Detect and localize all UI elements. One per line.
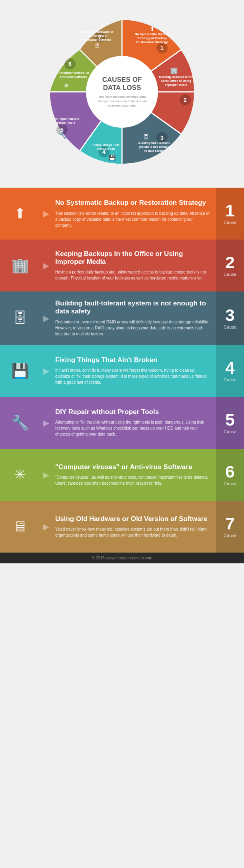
- cause-icon-7: 🖥: [13, 518, 27, 535]
- cause-content-6: "Computer viruses" or Anti-virus Softwar…: [52, 449, 216, 501]
- cause-arrow-3: [40, 291, 52, 345]
- cause-number-7: 7: [225, 515, 234, 532]
- cause-body-4: If it ain't broke, don't fix it. Many us…: [55, 367, 210, 385]
- cause-card-1: ⬆ No Systematic Backup or Restoration St…: [0, 188, 244, 240]
- cause-number-5: 5: [225, 412, 234, 428]
- cause-arrow-7: [40, 501, 52, 553]
- svg-text:DIY Repair without: DIY Repair without: [53, 117, 80, 121]
- cause-title-1: No Systematic Backup or Restoration Stra…: [55, 199, 210, 207]
- svg-text:💾: 💾: [109, 155, 116, 161]
- cause-icon-area-1: ⬆: [0, 188, 40, 240]
- svg-text:3: 3: [160, 135, 164, 141]
- svg-text:Keeping Backups in the: Keeping Backups in the: [159, 75, 193, 79]
- cause-icon-1: ⬆: [14, 205, 26, 222]
- svg-text:2: 2: [184, 97, 187, 103]
- cause-label-1: Cause: [224, 220, 236, 225]
- svg-text:Restoration Strategy: Restoration Strategy: [136, 40, 168, 44]
- svg-text:Fixing Things That: Fixing Things That: [93, 143, 120, 147]
- cause-title-7: Using Old Hardware or Old Version of Sof…: [55, 515, 210, 523]
- cause-content-5: DIY Repair without Proper Tools Attempti…: [52, 397, 216, 449]
- center-circle: CAUSES OF DATA LOSS The list of the most…: [90, 60, 154, 124]
- svg-text:🗄: 🗄: [143, 134, 149, 141]
- wheel-diagram: 1 No Systematic Backup Strategy or Backu…: [38, 8, 206, 176]
- svg-text:🔧: 🔧: [59, 132, 67, 139]
- svg-text:Proper Tools: Proper Tools: [57, 121, 75, 125]
- cause-label-3: Cause: [224, 325, 236, 329]
- cause-number-3: 3: [225, 307, 234, 324]
- svg-text:✳: ✳: [64, 82, 69, 89]
- cause-icon-4: 💾: [11, 363, 29, 379]
- cause-arrow-5: [40, 397, 52, 449]
- cause-number-4: 4: [225, 360, 234, 377]
- cause-title-4: Fixing Things That Ain't Broken: [55, 356, 210, 364]
- cause-card-6: ✳ "Computer viruses" or Anti-virus Softw…: [0, 449, 244, 501]
- footer: © 2015 www.hetmanrecovery.com: [0, 553, 244, 563]
- svg-text:Building fault-tolerant: Building fault-tolerant: [138, 141, 170, 145]
- cause-number-area-4: 4 Cause: [216, 345, 244, 397]
- svg-text:Strategy or Backup: Strategy or Backup: [137, 36, 166, 40]
- wheel-subtitle: The list of the most common data storage…: [94, 95, 150, 108]
- cause-label-7: Cause: [224, 533, 236, 538]
- svg-text:system is not enough: system is not enough: [138, 145, 170, 149]
- cause-body-6: "Computer viruses", as well as anti-viru…: [55, 474, 210, 486]
- cause-content-2: Keeping Backups in the Office or Using I…: [52, 240, 216, 291]
- wheel-title: CAUSES OF DATA LOSS: [94, 76, 150, 92]
- svg-text:🏢: 🏢: [170, 67, 178, 74]
- cause-icon-area-7: 🖥: [0, 501, 40, 553]
- svg-text:⬆: ⬆: [150, 26, 155, 32]
- cause-number-area-7: 7 Cause: [216, 501, 244, 553]
- cause-card-5: 🔧 DIY Repair without Proper Tools Attemp…: [0, 397, 244, 449]
- cause-icon-2: 🏢: [11, 257, 29, 274]
- cause-number-area-1: 1 Cause: [216, 188, 244, 240]
- cause-body-2: Having a perfect daily backup and uninte…: [55, 269, 210, 281]
- cause-card-2: 🏢 Keeping Backups in the Office or Using…: [0, 240, 244, 291]
- cause-arrow-2: [40, 240, 52, 291]
- cause-body-3: Redundant or even mirrored RAID arrays w…: [55, 319, 210, 337]
- copyright-text: © 2015 www.hetmanrecovery.com: [92, 556, 152, 560]
- cause-card-3: 🗄 Building fault-tolerant system is not …: [0, 291, 244, 345]
- cause-icon-6: ✳: [14, 466, 26, 483]
- cause-label-4: Cause: [224, 377, 236, 382]
- cause-title-5: DIY Repair without Proper Tools: [55, 408, 210, 416]
- cause-icon-area-4: 💾: [0, 345, 40, 397]
- cause-card-7: 🖥 Using Old Hardware or Old Version of S…: [0, 501, 244, 553]
- cause-icon-3: 🗄: [13, 310, 27, 327]
- cause-body-1: This section lists errors related to an …: [55, 210, 210, 228]
- cause-content-1: No Systematic Backup or Restoration Stra…: [52, 188, 216, 240]
- svg-text:🖥: 🖥: [94, 42, 100, 49]
- cause-body-5: Attempting to 'fix' the disk without usi…: [55, 419, 210, 437]
- svg-text:Improper Media: Improper Media: [165, 83, 188, 87]
- cause-arrow-4: [40, 345, 52, 397]
- cause-number-area-2: 2 Cause: [216, 240, 244, 291]
- cause-number-area-3: 3 Cause: [216, 291, 244, 345]
- cause-arrow-1: [40, 188, 52, 240]
- cause-body-7: You'd never know how many old, obsolete …: [55, 526, 210, 538]
- cause-icon-area-3: 🗄: [0, 291, 40, 345]
- cause-label-6: Cause: [224, 481, 236, 486]
- cause-label-2: Cause: [224, 272, 236, 277]
- cause-title-2: Keeping Backups in the Office or Using I…: [55, 250, 210, 266]
- svg-text:1: 1: [160, 45, 164, 51]
- wheel-section: 1 No Systematic Backup Strategy or Backu…: [0, 0, 244, 188]
- cause-title-6: "Computer viruses" or Anti-virus Softwar…: [55, 463, 210, 471]
- cause-number-6: 6: [225, 464, 234, 480]
- svg-text:No Systematic Backup: No Systematic Backup: [135, 32, 169, 36]
- svg-text:Using Old Hardware or: Using Old Hardware or: [81, 30, 113, 34]
- cause-content-7: Using Old Hardware or Old Version of Sof…: [52, 501, 216, 553]
- cause-arrow-6: [40, 449, 52, 501]
- cause-number-1: 1: [225, 202, 234, 219]
- cause-content-4: Fixing Things That Ain't Broken If it ai…: [52, 345, 216, 397]
- cause-card-4: 💾 Fixing Things That Ain't Broken If it …: [0, 345, 244, 397]
- svg-text:Old Version of: Old Version of: [87, 34, 108, 38]
- cause-icon-area-6: ✳: [0, 449, 40, 501]
- cause-icon-area-5: 🔧: [0, 397, 40, 449]
- cause-title-3: Building fault-tolerant system is not en…: [55, 299, 210, 316]
- svg-text:Ain't Broken: Ain't Broken: [97, 147, 115, 151]
- svg-text:Anti-virus Software: Anti-virus Software: [60, 75, 87, 79]
- cause-icon-area-2: 🏢: [0, 240, 40, 291]
- cause-cards-container: ⬆ No Systematic Backup or Restoration St…: [0, 188, 244, 553]
- svg-text:"Computer viruses" or: "Computer viruses" or: [57, 71, 90, 75]
- svg-text:Computer Software: Computer Software: [83, 38, 111, 42]
- svg-text:Same Office or Using: Same Office or Using: [161, 79, 191, 83]
- cause-number-2: 2: [225, 254, 234, 271]
